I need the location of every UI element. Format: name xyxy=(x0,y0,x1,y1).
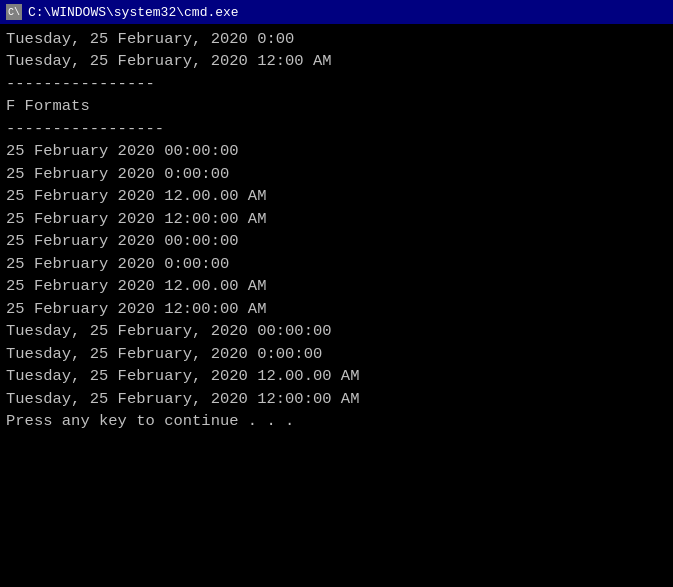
console-line: 25 February 2020 12:00:00 AM xyxy=(6,298,667,320)
console-line: ---------------- xyxy=(6,73,667,95)
console-output: Tuesday, 25 February, 2020 0:00Tuesday, … xyxy=(0,24,673,587)
console-line: F Formats xyxy=(6,95,667,117)
console-line: 25 February 2020 0:00:00 xyxy=(6,253,667,275)
console-line: Tuesday, 25 February, 2020 00:00:00 xyxy=(6,320,667,342)
title-bar: C\ C:\WINDOWS\system32\cmd.exe xyxy=(0,0,673,24)
console-line: Tuesday, 25 February, 2020 12:00:00 AM xyxy=(6,388,667,410)
console-line: 25 February 2020 12:00:00 AM xyxy=(6,208,667,230)
console-line: 25 February 2020 12.00.00 AM xyxy=(6,275,667,297)
console-line: 25 February 2020 0:00:00 xyxy=(6,163,667,185)
console-line: 25 February 2020 00:00:00 xyxy=(6,140,667,162)
console-line: Press any key to continue . . . xyxy=(6,410,667,432)
console-line: Tuesday, 25 February, 2020 0:00 xyxy=(6,28,667,50)
console-line: 25 February 2020 00:00:00 xyxy=(6,230,667,252)
console-line: Tuesday, 25 February, 2020 12.00.00 AM xyxy=(6,365,667,387)
console-line: Tuesday, 25 February, 2020 0:00:00 xyxy=(6,343,667,365)
title-bar-text: C:\WINDOWS\system32\cmd.exe xyxy=(28,5,239,20)
cmd-icon: C\ xyxy=(6,4,22,20)
console-line: ----------------- xyxy=(6,118,667,140)
console-line: Tuesday, 25 February, 2020 12:00 AM xyxy=(6,50,667,72)
console-line: 25 February 2020 12.00.00 AM xyxy=(6,185,667,207)
